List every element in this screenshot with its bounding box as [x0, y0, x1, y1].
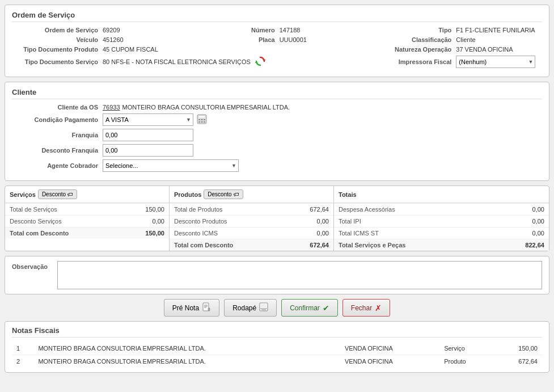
pre-nota-button[interactable]: Pré Nota: [164, 299, 219, 317]
rodape-label: Rodapé: [232, 304, 256, 312]
produtos-header: Produtos: [174, 191, 201, 198]
franquia-input[interactable]: [103, 129, 193, 141]
condicao-select[interactable]: A VISTA: [103, 113, 193, 126]
despesa-label: Despesa Acessórias: [339, 206, 395, 213]
nota-tipo: Serviço: [439, 342, 493, 355]
svg-rect-3: [198, 116, 205, 118]
totais-header: Totais: [339, 191, 357, 198]
total-servicos-label: Total de Serviços: [10, 206, 57, 213]
table-row: 1 MONTEIRO BRAGA CONSULTORIA EMPRESARIAL…: [12, 342, 542, 355]
servicos-desconto-btn[interactable]: Desconto 🏷: [38, 189, 77, 199]
tipo-doc-serv-label: Tipo Documento Serviço: [12, 58, 103, 65]
desconto-icms-value: 0,00: [295, 230, 329, 237]
calculator-icon[interactable]: [197, 114, 207, 126]
impressora-select[interactable]: (Nenhum): [456, 56, 535, 68]
svg-rect-8: [201, 121, 203, 123]
desconto-produtos-label: Desconto Produtos: [174, 218, 227, 225]
ordem-servico-title: Ordem de Serviço: [12, 11, 542, 22]
nota-empresa: MONTEIRO BRAGA CONSULTORIA EMPRESARIAL L…: [33, 342, 340, 355]
percent-icon: 🏷: [67, 191, 73, 197]
nota-tipo-venda: VENDA OFICINA: [340, 342, 439, 355]
total-desconto-servicos-label: Total com Desconto: [10, 230, 69, 237]
desconto-servicos-label: Desconto Serviços: [10, 218, 62, 225]
ordem-value: 69209: [103, 27, 120, 33]
cliente-os-id[interactable]: 76933: [103, 104, 120, 111]
tipo-label: Tipo: [365, 27, 456, 33]
table-row: 2 MONTEIRO BRAGA CONSULTORIA EMPRESARIAL…: [12, 355, 542, 368]
percent-icon2: 🏷: [234, 191, 239, 197]
tipo-doc-prod-label: Tipo Documento Produto: [12, 46, 103, 53]
refresh-icon[interactable]: [255, 56, 265, 68]
desconto-produtos-value: 0,00: [295, 218, 329, 225]
pre-nota-icon: [202, 302, 211, 313]
observacao-label: Observação: [12, 261, 57, 270]
natureza-value: 37 VENDA OFICINA: [456, 46, 513, 53]
tipo-value: F1 F1-CLIENTE FUNILARIA: [456, 27, 535, 33]
notas-fiscais-table: 1 MONTEIRO BRAGA CONSULTORIA EMPRESARIAL…: [12, 342, 542, 368]
placa-label: Placa: [189, 36, 280, 43]
notas-fiscais-title: Notas Fiscais: [12, 326, 542, 338]
desconto-icms-label: Desconto ICMS: [174, 230, 218, 237]
placa-value: UUU0001: [280, 36, 307, 43]
nota-num: 1: [12, 342, 33, 355]
cliente-os-label: Cliente da OS: [12, 104, 103, 111]
nota-valor: 672,64: [493, 355, 542, 368]
desconto-servicos-value: 0,00: [130, 218, 164, 225]
agente-label: Agente Cobrador: [12, 162, 103, 169]
svg-rect-4: [198, 119, 200, 120]
despesa-value: 0,00: [510, 206, 544, 213]
servicos-header: Serviços: [10, 191, 36, 198]
svg-rect-5: [201, 119, 203, 120]
franquia-label: Franquia: [12, 132, 103, 138]
total-produtos-value: 672,64: [295, 206, 329, 213]
nota-tipo-venda: VENDA OFICINA: [340, 355, 439, 368]
total-icms-st-value: 0,00: [510, 230, 544, 237]
cliente-title: Cliente: [12, 88, 542, 99]
cross-icon: ✗: [375, 304, 382, 313]
pre-nota-label: Pré Nota: [172, 304, 199, 312]
svg-rect-10: [203, 303, 209, 311]
svg-rect-6: [204, 119, 205, 120]
total-icms-st-label: Total ICMS ST: [339, 230, 379, 237]
observacao-textarea[interactable]: [57, 261, 542, 289]
total-desconto-produtos-label: Total com Desconto: [174, 242, 233, 248]
tipo-doc-serv-value: 80 NFS-E - NOTA FISCAL ELETRONICA SERVIÇ…: [103, 58, 251, 65]
confirmar-label: Confirmar: [290, 304, 320, 312]
nota-valor: 150,00: [493, 342, 542, 355]
confirmar-button[interactable]: Confirmar ✔: [281, 299, 338, 317]
fechar-label: Fechar: [351, 304, 372, 312]
total-servicos-value: 150,00: [130, 206, 164, 213]
tipo-doc-prod-value: 45 CUPOM FISCAL: [103, 46, 158, 53]
numero-value: 147188: [280, 27, 301, 33]
total-ipi-value: 0,00: [510, 218, 544, 225]
classificacao-label: Classificação: [365, 36, 456, 43]
desconto-franquia-label: Desconto Franquia: [12, 147, 103, 154]
nota-tipo: Produto: [439, 355, 493, 368]
checkmark-icon: ✔: [323, 304, 329, 313]
nota-empresa: MONTEIRO BRAGA CONSULTORIA EMPRESARIAL L…: [33, 355, 340, 368]
produtos-desconto-btn[interactable]: Desconto 🏷: [204, 189, 243, 199]
impressora-label: Impressora Fiscal: [365, 58, 456, 65]
total-ipi-label: Total IPI: [339, 218, 361, 225]
fechar-button[interactable]: Fechar ✗: [342, 299, 390, 317]
ordem-label: Ordem de Serviço: [12, 27, 103, 33]
numero-label: Número: [189, 27, 280, 33]
total-desconto-produtos-value: 672,64: [295, 242, 329, 248]
nota-num: 2: [12, 355, 33, 368]
total-servicos-pecas-value: 822,64: [510, 242, 544, 248]
total-produtos-label: Total de Produtos: [174, 206, 223, 213]
cliente-os-name: MONTEIRO BRAGA CONSULTORIA EMPRESARIAL L…: [122, 104, 290, 111]
rodape-icon: [259, 302, 268, 313]
agente-select[interactable]: Selecione...: [103, 159, 239, 172]
svg-rect-7: [198, 121, 200, 123]
veiculo-value: 451260: [103, 36, 124, 43]
rodape-button[interactable]: Rodapé: [224, 299, 277, 317]
total-servicos-pecas-label: Total Serviços e Peças: [339, 242, 405, 248]
classificacao-value: Cliente: [456, 36, 475, 43]
natureza-label: Natureza Operação: [365, 46, 456, 53]
total-desconto-servicos-value: 150,00: [130, 230, 164, 237]
condicao-label: Condição Pagamento: [12, 116, 103, 123]
veiculo-label: Veículo: [12, 36, 103, 43]
svg-rect-9: [204, 121, 205, 123]
desconto-franquia-input[interactable]: [103, 144, 193, 157]
